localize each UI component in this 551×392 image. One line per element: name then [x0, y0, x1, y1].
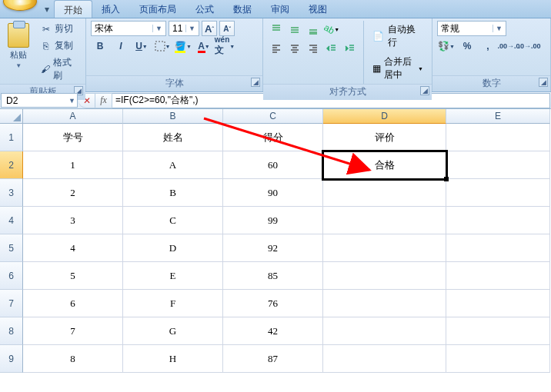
col-header-D[interactable]: D — [323, 109, 446, 124]
cell[interactable] — [446, 262, 550, 290]
copy-button[interactable]: ⎘复制 — [36, 38, 81, 54]
cell[interactable]: 7 — [23, 317, 123, 345]
wrap-text-button[interactable]: 📄自动换行 — [369, 21, 427, 51]
cell[interactable] — [323, 345, 446, 373]
grow-font-button[interactable]: Aˆ — [202, 21, 217, 36]
row-header-7[interactable]: 7 — [0, 290, 23, 317]
cell[interactable] — [323, 234, 446, 262]
tab-insert[interactable]: 插入 — [92, 0, 130, 18]
orientation-button[interactable]: ab▼ — [323, 21, 340, 38]
align-bottom-button[interactable] — [305, 21, 322, 38]
cell[interactable]: 8 — [23, 345, 123, 373]
office-button[interactable] — [3, 0, 37, 11]
merge-center-button[interactable]: ▦合并后居中▼ — [369, 53, 427, 84]
col-header-B[interactable]: B — [123, 109, 223, 124]
tab-data[interactable]: 数据 — [224, 0, 262, 18]
cell[interactable]: F — [123, 290, 223, 317]
col-header-C[interactable]: C — [223, 109, 323, 124]
cell[interactable]: 6 — [23, 290, 123, 317]
cell[interactable]: 90 — [223, 179, 323, 207]
cell[interactable] — [323, 207, 446, 234]
format-painter-button[interactable]: 🖌格式刷 — [36, 55, 81, 84]
percent-style-button[interactable]: % — [458, 38, 476, 54]
increase-decimal-button[interactable]: .00→.0 — [499, 38, 518, 54]
cell[interactable] — [446, 317, 550, 345]
fill-color-button[interactable]: 🪣▼ — [174, 38, 192, 54]
align-center-button[interactable] — [286, 40, 303, 57]
cell[interactable]: 5 — [23, 262, 123, 290]
row-header-6[interactable]: 6 — [0, 262, 23, 290]
shrink-font-button[interactable]: Aˇ — [219, 21, 235, 36]
cell[interactable]: 99 — [223, 207, 323, 234]
underline-button[interactable]: U▼ — [132, 38, 151, 54]
align-right-button[interactable] — [305, 40, 322, 57]
row-header-5[interactable]: 5 — [0, 234, 23, 262]
cell[interactable] — [323, 290, 446, 317]
row-header-3[interactable]: 3 — [0, 179, 23, 207]
row-header-1[interactable]: 1 — [0, 124, 23, 151]
cell[interactable]: 3 — [23, 207, 123, 234]
cell[interactable]: 评价 — [323, 124, 446, 151]
border-button[interactable]: ▼ — [153, 38, 172, 54]
align-middle-button[interactable] — [286, 21, 303, 38]
cell[interactable]: C — [123, 207, 223, 234]
insert-function-button[interactable]: fx — [95, 93, 112, 108]
cell[interactable]: 2 — [23, 179, 123, 207]
cell[interactable]: G — [123, 317, 223, 345]
cell[interactable]: 学号 — [23, 124, 123, 151]
bold-button[interactable]: B — [91, 38, 109, 54]
select-all-button[interactable] — [0, 109, 23, 124]
accounting-format-button[interactable]: 💱▼ — [437, 38, 456, 54]
name-box[interactable]: D2▼ — [1, 93, 78, 108]
cell[interactable]: 87 — [223, 345, 323, 373]
comma-style-button[interactable]: , — [479, 38, 497, 54]
row-header-4[interactable]: 4 — [0, 207, 23, 234]
decrease-indent-button[interactable] — [323, 40, 340, 57]
italic-button[interactable]: I — [112, 38, 130, 54]
cell[interactable]: 92 — [223, 234, 323, 262]
cell[interactable]: D — [123, 234, 223, 262]
tab-review[interactable]: 审阅 — [262, 0, 299, 18]
row-header-9[interactable]: 9 — [0, 345, 23, 373]
cell[interactable] — [446, 179, 550, 207]
increase-indent-button[interactable] — [342, 40, 359, 57]
align-left-button[interactable] — [268, 40, 285, 57]
cell[interactable]: 合格 — [323, 151, 446, 179]
phonetic-button[interactable]: wén文▼ — [215, 38, 234, 54]
tab-formulas[interactable]: 公式 — [186, 0, 224, 18]
cell[interactable]: 76 — [223, 290, 323, 317]
paste-button[interactable]: 粘贴 ▼ — [5, 21, 33, 84]
number-dialog-launcher[interactable]: ◢ — [539, 78, 548, 87]
font-name-combo[interactable]: 宋体▼ — [91, 21, 166, 36]
cell[interactable]: E — [123, 262, 223, 290]
cell[interactable] — [446, 124, 550, 151]
cell[interactable] — [446, 345, 550, 373]
qat-dropdown[interactable]: ▾ — [40, 0, 54, 18]
cell[interactable] — [323, 262, 446, 290]
tab-page-layout[interactable]: 页面布局 — [130, 0, 186, 18]
col-header-E[interactable]: E — [446, 109, 550, 124]
cell[interactable] — [446, 207, 550, 234]
cell[interactable]: 60 — [223, 151, 323, 179]
row-header-2[interactable]: 2 — [0, 151, 23, 179]
cell[interactable]: 姓名 — [123, 124, 223, 151]
tab-view[interactable]: 视图 — [299, 0, 337, 18]
decrease-decimal-button[interactable]: .0→.00 — [520, 38, 539, 54]
alignment-dialog-launcher[interactable]: ◢ — [420, 86, 429, 95]
cell[interactable]: 1 — [23, 151, 123, 179]
cell[interactable] — [323, 317, 446, 345]
cell[interactable]: H — [123, 345, 223, 373]
font-dialog-launcher[interactable]: ◢ — [251, 78, 260, 87]
cell[interactable] — [323, 179, 446, 207]
cell[interactable]: 得分 — [223, 124, 323, 151]
cell[interactable]: B — [123, 179, 223, 207]
cell[interactable] — [446, 234, 550, 262]
cell[interactable]: 42 — [223, 317, 323, 345]
cells-area[interactable]: 学号姓名得分评价1A60合格2B903C994D925E856F767G428H… — [23, 124, 550, 373]
align-top-button[interactable] — [268, 21, 285, 38]
tab-home[interactable]: 开始 — [54, 0, 92, 18]
cell[interactable]: A — [123, 151, 223, 179]
cell[interactable] — [446, 290, 550, 317]
cell[interactable]: 85 — [223, 262, 323, 290]
cut-button[interactable]: ✂剪切 — [36, 21, 81, 37]
